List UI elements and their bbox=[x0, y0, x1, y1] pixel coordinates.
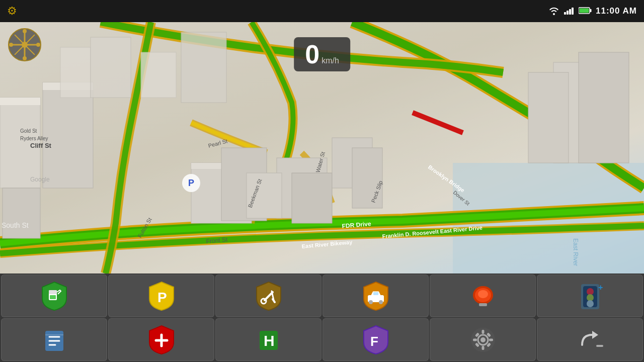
speed-value: 0 bbox=[305, 41, 319, 67]
navigate-button[interactable] bbox=[537, 318, 643, 361]
svg-rect-13 bbox=[3, 188, 40, 238]
svg-rect-11 bbox=[43, 82, 93, 188]
svg-rect-28 bbox=[181, 32, 226, 103]
svg-rect-24 bbox=[528, 72, 569, 163]
toolbar: P bbox=[0, 274, 644, 362]
speed-unit: km/h bbox=[321, 56, 339, 65]
svg-rect-26 bbox=[91, 37, 131, 98]
svg-rect-95 bbox=[489, 338, 493, 341]
svg-point-55 bbox=[36, 43, 40, 47]
svg-rect-6 bbox=[579, 8, 589, 13]
svg-point-54 bbox=[9, 43, 13, 47]
svg-rect-67 bbox=[373, 292, 378, 295]
svg-text:H: H bbox=[264, 332, 275, 349]
svg-rect-3 bbox=[572, 8, 574, 15]
south-street-label: South St bbox=[2, 221, 29, 229]
svg-point-66 bbox=[379, 300, 383, 304]
svg-text:Ryders Alley: Ryders Alley bbox=[20, 136, 48, 141]
info-button[interactable] bbox=[1, 318, 107, 361]
svg-rect-71 bbox=[479, 303, 487, 306]
svg-rect-2 bbox=[569, 9, 571, 15]
bookmark-button[interactable]: F bbox=[323, 318, 429, 361]
svg-rect-21 bbox=[352, 148, 382, 208]
app-logo-icon: ⚙ bbox=[7, 5, 17, 18]
svg-point-91 bbox=[480, 337, 486, 342]
svg-rect-25 bbox=[60, 47, 91, 98]
svg-text:P: P bbox=[188, 178, 194, 188]
svg-rect-92 bbox=[481, 330, 484, 334]
svg-point-65 bbox=[369, 300, 373, 304]
traffic-lights-button[interactable]: + bbox=[537, 275, 643, 317]
car-dealer-button[interactable] bbox=[323, 275, 429, 317]
svg-rect-57 bbox=[49, 290, 57, 294]
signal-icon bbox=[564, 6, 575, 17]
svg-marker-100 bbox=[592, 331, 598, 339]
speed-display: 0 km/h bbox=[294, 37, 350, 71]
svg-rect-0 bbox=[564, 12, 566, 15]
svg-rect-77 bbox=[581, 284, 599, 309]
svg-rect-58 bbox=[50, 295, 56, 299]
svg-text:East River: East River bbox=[572, 238, 579, 266]
svg-rect-23 bbox=[579, 52, 629, 163]
svg-rect-93 bbox=[481, 346, 484, 350]
svg-text:P: P bbox=[157, 290, 167, 305]
compass-icon[interactable] bbox=[7, 27, 42, 62]
time-display: 11:00 AM bbox=[596, 6, 637, 16]
svg-text:Cliff St: Cliff St bbox=[30, 142, 52, 149]
repair-button[interactable] bbox=[215, 275, 321, 317]
svg-text:F: F bbox=[370, 334, 378, 349]
settings-button[interactable] bbox=[430, 318, 536, 361]
map-view[interactable]: FDR Drive Franklin D. Roosevelt East Riv… bbox=[0, 22, 644, 274]
svg-point-70 bbox=[478, 290, 488, 298]
svg-point-53 bbox=[23, 56, 27, 60]
svg-point-52 bbox=[23, 29, 27, 33]
svg-point-51 bbox=[22, 42, 28, 48]
alert-button[interactable] bbox=[430, 275, 536, 317]
svg-rect-10 bbox=[0, 98, 40, 105]
hotel-button[interactable]: H bbox=[215, 318, 321, 361]
battery-icon bbox=[579, 7, 592, 16]
svg-rect-5 bbox=[590, 9, 591, 12]
svg-rect-27 bbox=[141, 52, 176, 98]
parking-button[interactable]: P bbox=[108, 275, 214, 317]
svg-rect-18 bbox=[292, 173, 332, 223]
svg-rect-101 bbox=[596, 345, 603, 347]
svg-rect-94 bbox=[473, 338, 477, 341]
svg-rect-1 bbox=[567, 11, 569, 15]
status-bar: ⚙ 11:00 AM bbox=[0, 0, 644, 22]
google-watermark: Google bbox=[30, 176, 50, 183]
add-point-button[interactable] bbox=[108, 318, 214, 361]
svg-text:Gold St: Gold St bbox=[20, 128, 37, 134]
wifi-icon bbox=[548, 6, 559, 17]
fuel-station-button[interactable] bbox=[1, 275, 107, 317]
